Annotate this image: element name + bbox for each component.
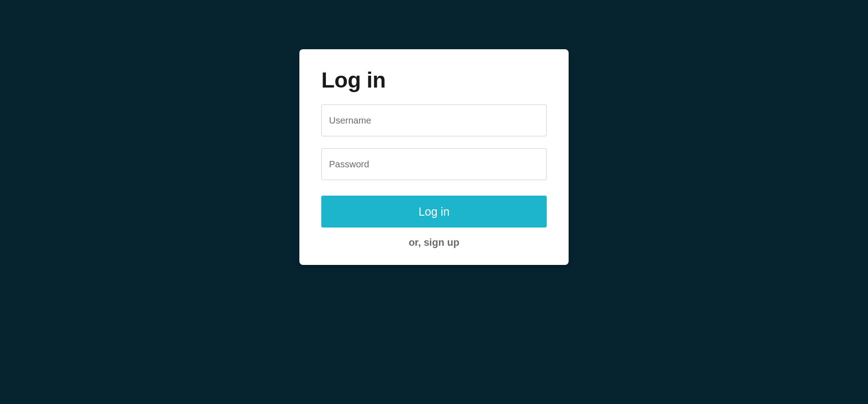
signup-link[interactable]: or, sign up	[321, 237, 547, 249]
password-input[interactable]	[321, 148, 547, 180]
login-title: Log in	[321, 67, 547, 93]
username-input[interactable]	[321, 104, 547, 136]
login-button[interactable]: Log in	[321, 196, 547, 228]
login-card: Log in Log in or, sign up	[299, 49, 569, 265]
